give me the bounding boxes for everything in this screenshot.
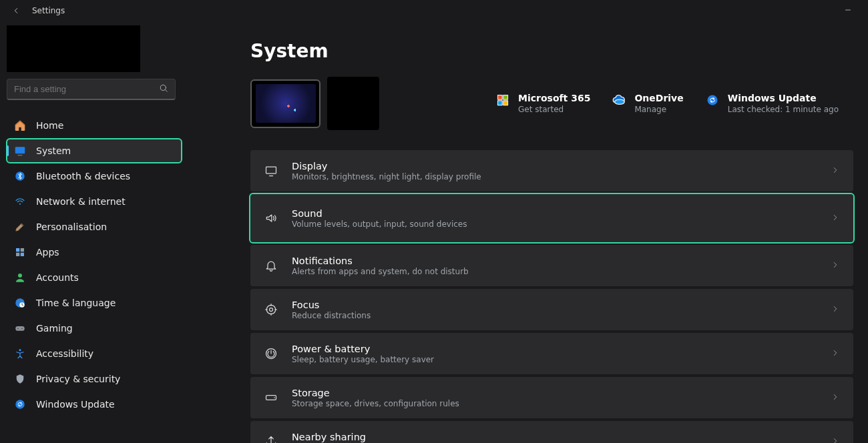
status-title: Windows Update	[728, 93, 839, 103]
chevron-right-icon	[831, 165, 840, 177]
bell-icon	[264, 259, 278, 272]
status-windows-update[interactable]: Windows Update Last checked: 1 minute ag…	[705, 93, 839, 114]
sidebar: Home System Bluetooth & devices Network …	[0, 21, 197, 443]
svg-point-15	[15, 400, 25, 409]
svg-rect-6	[16, 253, 19, 256]
sidebar-item-network[interactable]: Network & internet	[7, 189, 182, 213]
sidebar-item-accounts[interactable]: Accounts	[7, 266, 182, 290]
svg-point-12	[17, 328, 19, 330]
sidebar-item-accessibility[interactable]: Accessibility	[7, 342, 182, 366]
tile-sub: Alerts from apps and system, do not dist…	[292, 267, 817, 276]
sidebar-item-label: Home	[36, 120, 63, 131]
tile-display[interactable]: Display Monitors, brightness, night ligh…	[250, 150, 853, 191]
tile-notifications[interactable]: Notifications Alerts from apps and syste…	[250, 245, 853, 286]
search-input[interactable]	[14, 84, 159, 94]
tile-sound[interactable]: Sound Volume levels, output, input, soun…	[250, 194, 853, 242]
sidebar-item-time-language[interactable]: Time & language	[7, 291, 182, 315]
sidebar-item-home[interactable]: Home	[7, 113, 182, 137]
sidebar-item-privacy[interactable]: Privacy & security	[7, 367, 182, 391]
sidebar-item-label: Gaming	[36, 323, 73, 334]
sidebar-item-label: Personalisation	[36, 222, 107, 232]
tile-sub: Monitors, brightness, night light, displ…	[292, 172, 817, 181]
svg-rect-7	[21, 253, 24, 256]
svg-rect-1	[15, 147, 25, 153]
svg-point-13	[21, 328, 23, 330]
tile-title: Nearby sharing	[292, 432, 817, 442]
tile-sub: Volume levels, output, input, sound devi…	[292, 219, 817, 229]
sidebar-item-apps[interactable]: Apps	[7, 240, 182, 264]
status-sub: Last checked: 1 minute ago	[728, 105, 839, 114]
svg-point-21	[707, 95, 717, 105]
status-title: OneDrive	[634, 93, 683, 103]
device-thumbnail-secondary[interactable]	[327, 77, 379, 130]
sidebar-item-personalisation[interactable]: Personalisation	[7, 215, 182, 239]
svg-rect-17	[503, 95, 508, 100]
device-status-row: Microsoft 365 Get started OneDrive Manag…	[250, 77, 853, 130]
paintbrush-icon	[13, 220, 27, 234]
search-field[interactable]	[7, 79, 176, 100]
svg-point-24	[270, 308, 273, 312]
svg-point-23	[266, 305, 275, 314]
windows-update-icon	[705, 93, 720, 107]
tile-title: Power & battery	[292, 344, 817, 354]
share-icon	[264, 435, 278, 443]
tile-title: Display	[292, 161, 817, 171]
onedrive-icon	[612, 93, 626, 107]
svg-point-8	[18, 274, 22, 278]
svg-rect-16	[498, 95, 503, 100]
status-title: Microsoft 365	[518, 93, 590, 103]
device-thumbnail-primary[interactable]	[250, 79, 320, 128]
svg-rect-11	[15, 326, 25, 331]
sidebar-item-system[interactable]: System	[7, 139, 182, 163]
svg-rect-5	[21, 248, 24, 252]
storage-icon	[264, 391, 278, 404]
tile-nearby-sharing[interactable]: Nearby sharing Discoverability, received…	[250, 421, 853, 443]
focus-icon	[264, 303, 278, 316]
sound-icon	[264, 211, 278, 225]
gaming-icon	[13, 322, 27, 335]
window-title: Settings	[32, 6, 65, 15]
title-bar: Settings	[0, 0, 868, 21]
sidebar-item-windows-update[interactable]: Windows Update	[7, 392, 182, 416]
chevron-right-icon	[831, 348, 840, 360]
sidebar-item-label: Accounts	[36, 272, 79, 283]
tile-sub: Reduce distractions	[292, 311, 817, 320]
svg-rect-4	[16, 248, 19, 252]
window-minimize-button[interactable]	[835, 6, 861, 16]
wifi-icon	[13, 195, 27, 208]
accounts-icon	[13, 271, 27, 284]
status-onedrive[interactable]: OneDrive Manage	[612, 93, 683, 114]
globe-clock-icon	[13, 296, 27, 310]
back-button[interactable]	[7, 1, 25, 20]
chevron-right-icon	[831, 260, 840, 272]
home-icon	[13, 119, 27, 132]
svg-point-0	[160, 85, 166, 90]
sidebar-item-label: System	[36, 145, 71, 156]
tile-focus[interactable]: Focus Reduce distractions	[250, 289, 853, 330]
svg-rect-19	[503, 101, 508, 105]
tile-storage[interactable]: Storage Storage space, drives, configura…	[250, 377, 853, 418]
status-microsoft-365[interactable]: Microsoft 365 Get started	[495, 93, 590, 114]
svg-point-3	[19, 203, 21, 205]
user-profile-block[interactable]	[7, 25, 140, 72]
sidebar-item-bluetooth[interactable]: Bluetooth & devices	[7, 164, 182, 188]
chevron-right-icon	[831, 392, 840, 404]
power-icon	[264, 347, 278, 360]
sidebar-nav: Home System Bluetooth & devices Network …	[7, 113, 182, 416]
sidebar-item-label: Time & language	[36, 298, 116, 308]
svg-rect-18	[498, 101, 503, 105]
status-sub: Manage	[634, 105, 683, 114]
microsoft-365-icon	[495, 93, 510, 107]
chevron-right-icon	[831, 213, 840, 224]
main-panel: System Microsoft 365 Get sta	[197, 21, 868, 443]
tile-title: Focus	[292, 300, 817, 310]
sidebar-item-label: Bluetooth & devices	[36, 171, 130, 181]
accessibility-icon	[13, 347, 27, 360]
tile-power-battery[interactable]: Power & battery Sleep, battery usage, ba…	[250, 333, 853, 374]
tile-title: Notifications	[292, 256, 817, 266]
sidebar-item-gaming[interactable]: Gaming	[7, 316, 182, 340]
svg-point-20	[615, 99, 625, 104]
shield-icon	[13, 372, 27, 386]
tile-sub: Storage space, drives, configuration rul…	[292, 399, 817, 408]
apps-icon	[13, 246, 27, 259]
